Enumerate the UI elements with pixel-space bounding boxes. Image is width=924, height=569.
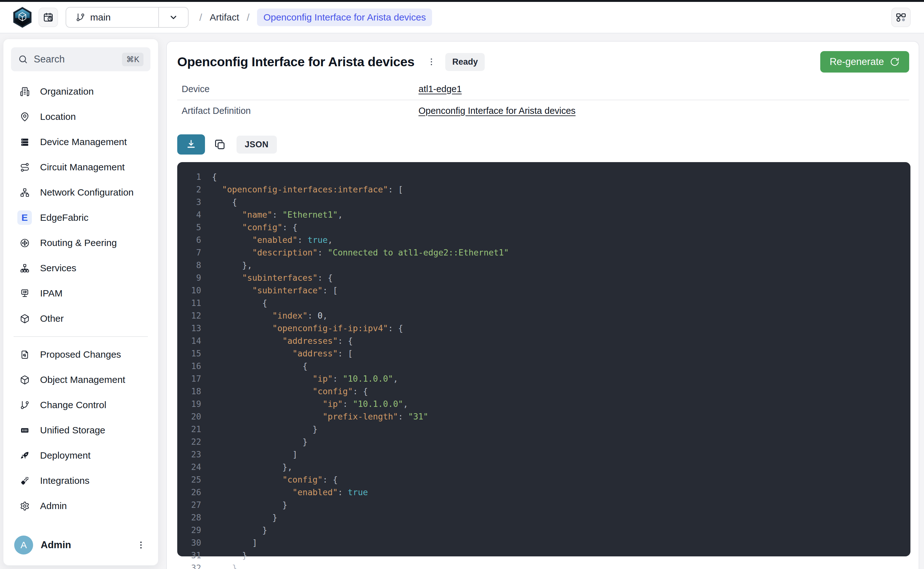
code-line: 10 "subinterface": [ <box>177 284 910 297</box>
code-line: 20 "prefix-length": "31" <box>177 410 910 423</box>
code-line: 26 "enabled": true <box>177 486 910 498</box>
code-toolbar: JSON <box>177 134 909 155</box>
code-line: 27 } <box>177 498 910 511</box>
code-line: 12 "index": 0, <box>177 309 910 322</box>
sidebar-item-routing-peering[interactable]: Routing & Peering <box>11 230 150 256</box>
code-text: "enabled": true, <box>212 235 333 245</box>
deployment-icon <box>17 448 32 463</box>
sidebar-item-organization[interactable]: Organization <box>11 79 150 104</box>
code-text: } <box>212 500 287 510</box>
sidebar-item-location[interactable]: Location <box>11 104 150 129</box>
branch-selector-value[interactable]: main <box>66 8 158 27</box>
app-logo-icon[interactable] <box>13 7 32 28</box>
sidebar-item-network-configuration[interactable]: Network Configuration <box>11 180 150 205</box>
sidebar-item-object-management[interactable]: Object Management <box>11 367 150 393</box>
sidebar-item-other[interactable]: Other <box>11 306 150 331</box>
calendar-clock-button[interactable] <box>38 8 58 27</box>
code-text: "config": { <box>212 475 338 484</box>
code-line: 17 "ip": "10.1.0.0", <box>177 372 910 385</box>
line-number: 18 <box>177 386 201 396</box>
code-line: 32 }, <box>177 561 910 569</box>
code-line: 4 "name": "Ethernet1", <box>177 208 910 221</box>
code-line: 31 } <box>177 549 910 561</box>
sidebar-item-device-management[interactable]: Device Management <box>11 129 150 155</box>
code-line: 3 { <box>177 196 910 208</box>
git-branch-icon <box>76 13 85 22</box>
code-text: } <box>212 424 318 434</box>
line-number: 9 <box>177 273 201 283</box>
search-placeholder: Search <box>34 53 65 65</box>
code-line: 8 }, <box>177 259 910 271</box>
code-text: } <box>212 513 277 522</box>
sidebar-item-unified-storage[interactable]: Unified Storage <box>11 418 150 443</box>
sidebar-item-label: Unified Storage <box>40 425 105 435</box>
code-line: 7 "description": "Connected to atl1-edge… <box>177 246 910 259</box>
chevron-down-icon <box>169 12 178 23</box>
kebab-icon <box>427 57 436 67</box>
line-number: 11 <box>177 298 201 308</box>
code-viewer[interactable]: 1{2 "openconfig-interfaces:interface": [… <box>177 162 910 556</box>
code-line: 21 } <box>177 423 910 435</box>
sidebar-item-integrations[interactable]: Integrations <box>11 468 150 493</box>
code-line: 15 "address": [ <box>177 347 910 359</box>
sidebar-item-label: Routing & Peering <box>40 237 117 248</box>
sidebar-item-proposed-changes[interactable]: Proposed Changes <box>11 342 150 367</box>
breadcrumb-item-current[interactable]: Openconfig Interface for Arista devices <box>257 9 432 26</box>
sidebar-item-deployment[interactable]: Deployment <box>11 443 150 468</box>
sidebar-item-change-control[interactable]: Change Control <box>11 393 150 418</box>
artifact-definition-link[interactable]: Openconfig Interface for Arista devices <box>418 106 576 116</box>
search-input[interactable]: Search ⌘K <box>11 47 150 71</box>
circuit-management-icon <box>17 160 32 174</box>
sidebar-item-circuit-management[interactable]: Circuit Management <box>11 155 150 180</box>
routing-peering-icon <box>17 236 32 250</box>
code-line: 24 }, <box>177 461 910 473</box>
code-text: ] <box>212 538 257 548</box>
code-line: 14 "addresses": { <box>177 334 910 347</box>
sidebar-item-label: Other <box>40 313 64 324</box>
regenerate-label: Re-generate <box>830 56 884 67</box>
sidebar-item-edgefabric[interactable]: EEdgeFabric <box>11 205 150 230</box>
calendar-clock-icon <box>43 12 53 23</box>
topology-button[interactable] <box>891 8 911 27</box>
breadcrumb-item-artifact[interactable]: Artifact <box>210 12 239 23</box>
code-text: "config": { <box>212 222 297 232</box>
device-link[interactable]: atl1-edge1 <box>418 84 462 94</box>
sidebar-item-admin[interactable]: Admin <box>11 493 150 519</box>
services-icon <box>17 261 32 275</box>
sidebar-item-services[interactable]: Services <box>11 256 150 281</box>
format-tab-json[interactable]: JSON <box>237 135 277 154</box>
copy-button[interactable] <box>214 137 228 151</box>
sidebar-item-label: Object Management <box>40 374 125 385</box>
code-text: "config": { <box>212 386 368 396</box>
line-number: 5 <box>177 222 201 232</box>
line-number: 12 <box>177 311 201 321</box>
code-line: 19 "ip": "10.1.0.0", <box>177 397 910 410</box>
sidebar-nav-secondary: Proposed ChangesObject ManagementChange … <box>11 342 150 519</box>
line-number: 24 <box>177 462 201 472</box>
title-menu-button[interactable] <box>426 56 437 67</box>
line-number: 25 <box>177 475 201 484</box>
line-number: 26 <box>177 487 201 497</box>
ipam-icon <box>17 286 32 301</box>
search-shortcut: ⌘K <box>122 53 143 66</box>
sidebar-item-label: Location <box>40 111 76 122</box>
branch-selector-dropdown[interactable] <box>159 8 188 27</box>
line-number: 28 <box>177 513 201 522</box>
branch-selector[interactable]: main <box>65 7 188 28</box>
regenerate-button[interactable]: Re-generate <box>820 51 909 73</box>
sidebar-item-label: Device Management <box>40 137 127 147</box>
user-menu-button[interactable] <box>135 539 147 551</box>
code-line: 1{ <box>177 170 910 183</box>
sidebar-item-ipam[interactable]: IPAM <box>11 281 150 306</box>
code-line: 28 } <box>177 511 910 523</box>
organization-icon <box>17 84 32 99</box>
line-number: 3 <box>177 197 201 207</box>
line-number: 7 <box>177 248 201 257</box>
line-number: 13 <box>177 323 201 333</box>
code-text: "subinterface": [ <box>212 286 338 295</box>
line-number: 30 <box>177 538 201 548</box>
user-row[interactable]: A Admin <box>11 533 150 557</box>
code-text: "subinterfaces": { <box>212 273 333 283</box>
user-name: Admin <box>41 539 71 551</box>
download-button[interactable] <box>177 134 205 155</box>
